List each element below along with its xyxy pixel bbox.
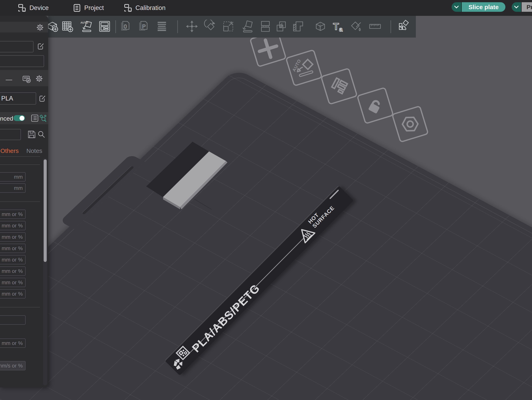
variable-layer-icon[interactable] <box>155 20 169 34</box>
search-icon[interactable] <box>37 130 45 139</box>
printer-settings-gear-icon[interactable] <box>36 24 44 31</box>
boolean-difference-icon[interactable] <box>291 20 305 34</box>
list-view-icon[interactable] <box>31 114 38 122</box>
section-divider <box>0 201 40 202</box>
chevron-down-icon <box>514 6 519 8</box>
tab-device-label: Device <box>29 4 49 12</box>
tab-project-label: Project <box>84 4 104 12</box>
save-preset-icon[interactable] <box>28 130 36 139</box>
build-plate[interactable] <box>0 68 532 400</box>
setting-field[interactable]: mm or % <box>0 255 25 264</box>
setting-field[interactable]: mm or % <box>0 232 25 242</box>
setting-field[interactable]: mm or % <box>0 338 25 348</box>
section-divider <box>0 307 40 307</box>
sidebar-scrollbar-thumb[interactable] <box>44 159 47 262</box>
setting-field[interactable]: mm or % <box>0 244 25 253</box>
edit-printer-icon[interactable] <box>37 42 45 50</box>
setting-field[interactable]: mm or % <box>0 267 25 276</box>
toolbar-separator <box>177 20 178 33</box>
add-plate-icon[interactable] <box>61 20 74 34</box>
move-icon[interactable] <box>185 20 199 34</box>
model-toolbar: AUTO0PTa <box>48 16 416 38</box>
split-icon[interactable] <box>259 20 272 34</box>
file-p-icon[interactable]: P <box>137 20 151 34</box>
collapse-filament-control[interactable]: — <box>6 76 12 83</box>
tab-others[interactable]: Others <box>0 147 19 154</box>
slice-dropdown-button[interactable] <box>452 2 461 12</box>
svg-text:0: 0 <box>124 24 127 30</box>
calibration-icon <box>124 4 132 12</box>
bed-type-input[interactable] <box>0 55 44 67</box>
auto-orient-icon[interactable]: AUTO <box>80 20 93 34</box>
setting-field[interactable]: mm or % <box>0 289 25 298</box>
tab-calibration-label: Calibration <box>135 4 165 12</box>
file-zero-icon[interactable]: 0 <box>119 20 132 34</box>
svg-text:P: P <box>142 24 146 30</box>
filament-settings-gear-icon[interactable] <box>35 75 43 83</box>
advanced-toggle[interactable] <box>13 115 25 121</box>
cut-icon[interactable] <box>314 20 327 34</box>
viewport-3d[interactable]: AUTO PLA/ABS/PETG <box>0 16 532 400</box>
tab-calibration[interactable]: Calibration <box>124 0 165 16</box>
top-bar: Device Project Calibration Slice plate P… <box>0 0 532 16</box>
toolbar-separator <box>391 20 391 33</box>
settings-sidebar: — PLA nced <box>0 16 48 387</box>
section-divider <box>0 165 40 165</box>
setting-field[interactable]: mm or % <box>0 278 25 287</box>
tab-device[interactable]: Device <box>18 0 49 16</box>
print-plate-button[interactable]: Print plate <box>522 2 532 12</box>
plate-inner-edge-line <box>0 74 532 400</box>
svg-text:a: a <box>339 25 343 33</box>
boolean-union-icon[interactable] <box>274 20 288 34</box>
rotate-icon[interactable] <box>204 20 217 34</box>
device-icon <box>18 4 26 12</box>
slice-plate-button[interactable]: Slice plate <box>462 2 505 12</box>
svg-text:T: T <box>333 21 339 32</box>
edit-filament-icon[interactable] <box>38 94 46 102</box>
lay-on-face-icon[interactable] <box>241 20 254 34</box>
printer-preset-input[interactable] <box>0 41 33 52</box>
setting-field[interactable]: mm <box>0 183 25 193</box>
model-object[interactable] <box>142 138 231 215</box>
toolbar-separator <box>115 20 116 33</box>
slicer-app: { "topbar": { "tabs": [ { "id": "device"… <box>0 0 532 400</box>
measure-icon[interactable] <box>368 20 382 34</box>
print-plate-label: Print plate <box>526 4 532 11</box>
scale-icon[interactable] <box>222 20 235 34</box>
assembly-view-icon[interactable] <box>398 20 411 34</box>
setting-field[interactable]: mm/s or % <box>0 361 25 370</box>
paint-icon[interactable] <box>349 20 363 34</box>
tab-project[interactable]: Project <box>73 0 104 16</box>
print-dropdown-button[interactable] <box>512 2 521 12</box>
setting-field[interactable]: mm or % <box>0 210 25 219</box>
ams-sync-icon[interactable] <box>22 75 31 83</box>
parameter-search-input[interactable] <box>0 129 21 140</box>
setting-field[interactable]: mm or % <box>0 221 25 230</box>
text-tool-icon[interactable]: Ta <box>332 20 346 34</box>
project-icon <box>73 4 81 12</box>
filament-preset-input[interactable]: PLA <box>0 92 36 105</box>
tab-notes[interactable]: Notes <box>26 147 42 154</box>
setting-field[interactable]: mm <box>0 172 25 182</box>
advanced-label: nced <box>0 115 13 122</box>
setting-combo[interactable]: ed <box>0 315 25 325</box>
slice-plate-label: Slice plate <box>469 4 499 11</box>
chevron-down-icon <box>454 6 459 8</box>
arrange-icon[interactable] <box>98 20 111 34</box>
parameter-search-tool-icon[interactable] <box>39 114 47 122</box>
